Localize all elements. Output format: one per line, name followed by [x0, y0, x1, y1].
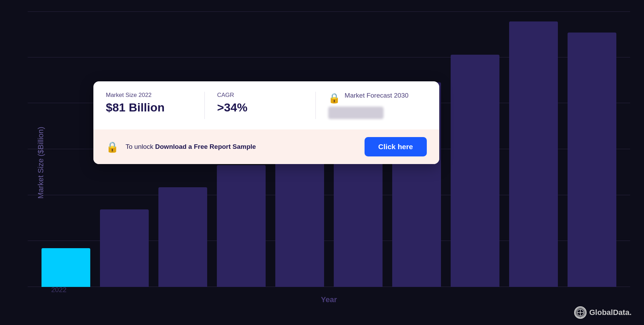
bar-2030 [509, 21, 558, 287]
forecast-section: 🔒 Market Forecast 2030 [328, 92, 427, 119]
cagr-section: CAGR >34% [217, 92, 316, 119]
cta-section: 🔒 To unlock Download a Free Report Sampl… [93, 129, 439, 164]
cta-text-prefix: To unlock [126, 143, 155, 150]
bar-wrapper-2031 [568, 10, 616, 287]
bar-2029 [451, 55, 499, 287]
lock-icon-forecast: 🔒 [328, 92, 340, 104]
cta-text: To unlock Download a Free Report Sample [126, 143, 358, 151]
market-size-label: Market Size 2022 [106, 92, 192, 99]
lock-icon-cta: 🔒 [106, 141, 119, 153]
overlay-card: Market Size 2022 $81 Billion CAGR >34% 🔒… [93, 81, 439, 164]
bar-wrapper-2022 [42, 10, 90, 287]
bar-2024 [158, 187, 207, 287]
bar-2025 [217, 165, 266, 287]
bar-2022 [42, 248, 90, 287]
globaldata-text: GlobalData. [589, 308, 632, 317]
cta-text-bold: Download a Free Report Sample [155, 143, 256, 150]
bar-wrapper-2030 [509, 10, 558, 287]
globaldata-logo: GlobalData. [574, 306, 632, 319]
bar-2026 [275, 143, 324, 287]
market-size-section: Market Size 2022 $81 Billion [106, 92, 205, 119]
x-axis: Year [28, 295, 630, 304]
forecast-header: 🔒 Market Forecast 2030 [328, 92, 414, 104]
globaldata-logo-icon [574, 306, 587, 319]
forecast-blurred-value [328, 107, 384, 119]
bar-wrapper-2029 [451, 10, 499, 287]
forecast-label: Market Forecast 2030 [344, 92, 408, 99]
cagr-value: >34% [217, 101, 303, 114]
market-size-value: $81 Billion [106, 101, 192, 114]
card-top: Market Size 2022 $81 Billion CAGR >34% 🔒… [93, 81, 439, 129]
cagr-label: CAGR [217, 92, 303, 99]
chart-container: Market Size ($Billion) [0, 0, 644, 325]
year-label-2022: 2022 [51, 286, 67, 294]
x-axis-label: Year [321, 295, 337, 304]
bar-2031 [568, 33, 616, 287]
bar-2023 [100, 209, 149, 287]
click-here-button[interactable]: Click here [365, 137, 427, 156]
